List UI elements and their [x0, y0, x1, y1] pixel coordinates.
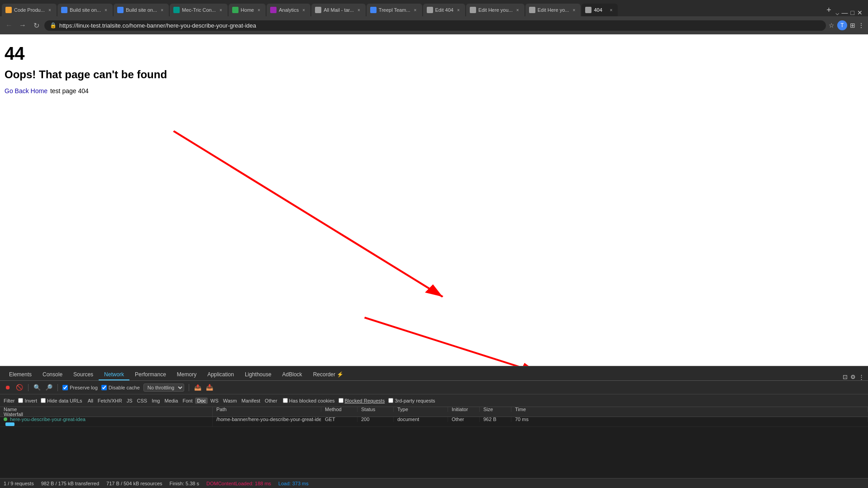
- tab-close-button[interactable]: ×: [218, 7, 224, 13]
- browser-tab-tab5[interactable]: Home×: [229, 4, 266, 16]
- filter-chip-js[interactable]: JS: [125, 398, 134, 404]
- dock-icon[interactable]: ⊡: [843, 374, 848, 380]
- tab-close-button[interactable]: ×: [356, 7, 362, 13]
- th-path[interactable]: Path: [213, 407, 321, 412]
- devtools-tab-memory[interactable]: Memory: [172, 370, 202, 380]
- browser-tab-tab6[interactable]: Analytics×: [267, 4, 310, 16]
- devtools-tab-network[interactable]: Network: [99, 370, 129, 380]
- browser-tab-tab10[interactable]: Edit Here you...×: [466, 4, 525, 16]
- tab-close-button[interactable]: ×: [159, 7, 165, 13]
- filter-chip-all[interactable]: All: [86, 398, 95, 404]
- tab-bar-controls: ⌵ — □ ✕: [835, 9, 866, 16]
- page-content: 44 Oops! That page can't be found Go Bac…: [0, 34, 868, 488]
- filter-chip-doc[interactable]: Doc: [195, 398, 208, 404]
- browser-tab-tab3[interactable]: Build site on...×: [114, 4, 169, 16]
- filter-chip-img[interactable]: Img: [150, 398, 162, 404]
- filter-chip-ws[interactable]: WS: [209, 398, 220, 404]
- tab-close-button[interactable]: ×: [608, 7, 614, 13]
- tab-search-icon[interactable]: ⌵: [835, 9, 839, 16]
- browser-tab-tab4[interactable]: Mec-Tric Con...×: [170, 4, 228, 16]
- close-browser-icon[interactable]: ✕: [857, 9, 863, 16]
- browser-tab-tab12[interactable]: 404×: [582, 4, 618, 16]
- tab-close-button[interactable]: ×: [103, 7, 109, 13]
- toolbar-separator: [28, 384, 29, 391]
- disable-cache-label: Disable cache: [109, 385, 140, 390]
- forward-button[interactable]: →: [17, 20, 28, 31]
- third-party-checkbox[interactable]: [388, 398, 393, 403]
- blocked-cookies-checkbox[interactable]: [283, 398, 288, 403]
- th-size[interactable]: Size: [480, 407, 511, 412]
- devtools-tab-elements[interactable]: Elements: [4, 370, 37, 380]
- tab-close-button[interactable]: ×: [412, 7, 419, 13]
- th-method[interactable]: Method: [321, 407, 358, 412]
- preserve-log-group: Preserve log: [62, 385, 98, 390]
- tab-favicon: [232, 7, 238, 13]
- go-back-home-link[interactable]: Go Back Home: [5, 87, 48, 95]
- filter-chip-wasm[interactable]: Wasm: [221, 398, 239, 404]
- devtools-settings-icon[interactable]: ⚙: [850, 374, 856, 380]
- invert-checkbox[interactable]: [18, 398, 23, 403]
- minimize-icon[interactable]: —: [842, 9, 848, 16]
- devtools-tabs: ElementsConsoleSourcesNetworkPerformance…: [0, 366, 868, 381]
- filter-chip-manifest[interactable]: Manifest: [240, 398, 262, 404]
- reload-button[interactable]: ↻: [31, 20, 42, 31]
- search-icon[interactable]: 🔎: [45, 384, 53, 392]
- new-tab-button[interactable]: +: [823, 4, 835, 16]
- resources-info: 717 B / 504 kB resources: [106, 481, 162, 486]
- th-initiator[interactable]: Initiator: [448, 407, 480, 412]
- browser-tab-tab7[interactable]: All Mail - tar...×: [311, 4, 366, 16]
- browser-tab-tab1[interactable]: Code Produ...×: [2, 4, 57, 16]
- blocked-requests-checkbox[interactable]: [339, 398, 343, 403]
- throttling-select[interactable]: No throttling: [143, 384, 184, 392]
- devtools-tab-recorder[interactable]: Recorder ⚡: [308, 370, 349, 380]
- browser-tab-tab11[interactable]: Edit Here yo...×: [525, 4, 581, 16]
- th-status[interactable]: Status: [358, 407, 394, 412]
- th-name[interactable]: Name: [0, 407, 213, 412]
- hide-data-urls-checkbox[interactable]: [41, 398, 46, 403]
- devtools-tab-application[interactable]: Application: [202, 370, 239, 380]
- disable-cache-checkbox[interactable]: [101, 385, 107, 390]
- tab-close-button[interactable]: ×: [300, 7, 307, 13]
- preserve-log-checkbox[interactable]: [62, 385, 68, 390]
- devtools-tab-sources[interactable]: Sources: [68, 370, 99, 380]
- record-button[interactable]: ⏺: [4, 384, 12, 392]
- tab-close-button[interactable]: ×: [571, 7, 577, 13]
- extension-icon[interactable]: ⊞: [850, 22, 855, 29]
- browser-tab-tab8[interactable]: Treepl Team...×: [367, 4, 422, 16]
- data-transferred: 982 B / 175 kB transferred: [41, 481, 99, 486]
- filter-icon[interactable]: 🔍: [33, 384, 41, 392]
- devtools-tab-lighthouse[interactable]: Lighthouse: [239, 370, 277, 380]
- back-button[interactable]: ←: [4, 20, 14, 31]
- bookmark-icon[interactable]: ☆: [829, 22, 835, 29]
- filter-chip-css[interactable]: CSS: [135, 398, 149, 404]
- devtools-more-icon[interactable]: ⋮: [858, 374, 864, 380]
- tab-close-button[interactable]: ×: [455, 7, 462, 13]
- import-icon[interactable]: 📤: [194, 384, 202, 392]
- clear-button[interactable]: 🚫: [15, 384, 24, 392]
- devtools-tab-console[interactable]: Console: [37, 370, 68, 380]
- tab-favicon: [585, 7, 591, 13]
- th-waterfall[interactable]: Waterfall: [0, 412, 213, 417]
- export-icon[interactable]: 📥: [205, 384, 214, 392]
- tab-close-button[interactable]: ×: [256, 7, 262, 13]
- disable-cache-group: Disable cache: [101, 385, 140, 390]
- tab-close-button[interactable]: ×: [47, 7, 53, 13]
- maximize-icon[interactable]: □: [851, 9, 854, 16]
- url-bar[interactable]: 🔒 https://linux-test.trialsite.co/home-b…: [44, 20, 826, 31]
- tab-close-button[interactable]: ×: [515, 7, 521, 13]
- th-type[interactable]: Type: [394, 407, 448, 412]
- menu-icon[interactable]: ⋮: [858, 22, 864, 29]
- filter-chip-other[interactable]: Other: [263, 398, 279, 404]
- filter-chip-media[interactable]: Media: [162, 398, 180, 404]
- profile-icon[interactable]: T: [837, 20, 847, 30]
- table-row[interactable]: here-you-describe-your-great-idea /home-…: [0, 417, 868, 427]
- browser-tab-tab9[interactable]: Edit 404×: [423, 4, 465, 16]
- devtools-tab-adblock[interactable]: AdBlock: [277, 370, 308, 380]
- svg-line-2: [365, 317, 539, 366]
- tab-title: Build site on...: [126, 7, 157, 13]
- filter-chip-font[interactable]: Font: [181, 398, 194, 404]
- filter-chip-fetch/xhr[interactable]: Fetch/XHR: [96, 398, 124, 404]
- th-time[interactable]: Time: [511, 407, 868, 412]
- devtools-tab-performance[interactable]: Performance: [129, 370, 172, 380]
- browser-tab-tab2[interactable]: Build site on...×: [57, 4, 113, 16]
